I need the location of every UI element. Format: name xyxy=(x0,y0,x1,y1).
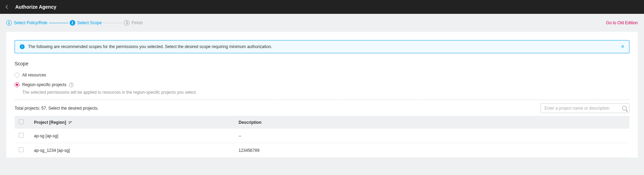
scope-option-all[interactable]: All resources xyxy=(15,73,629,77)
help-icon[interactable]: ? xyxy=(69,83,74,87)
radio-all-resources[interactable] xyxy=(15,73,19,77)
step-number-1: 1 xyxy=(6,20,12,26)
cell-description: -- xyxy=(234,129,629,143)
info-icon: i xyxy=(20,44,25,49)
alert-text: The following are recommended scopes for… xyxy=(28,44,272,49)
scope-option-region[interactable]: Region-specific projects ? The selected … xyxy=(15,82,629,95)
radio-region-specific[interactable] xyxy=(15,82,19,87)
cell-project: ap-sg [ap-sg] xyxy=(30,129,234,143)
header-project[interactable]: Project [Region] xyxy=(30,116,234,129)
main-card: i The following are recommended scopes f… xyxy=(6,32,638,158)
old-edition-link[interactable]: Go to Old Edition xyxy=(606,20,638,25)
step-label-3: Finish xyxy=(131,20,143,25)
step-select-policy[interactable]: 1 Select Policy/Role xyxy=(6,20,48,26)
wizard-steps: 1 Select Policy/Role 2 Select Scope 3 Fi… xyxy=(6,20,638,26)
table-row[interactable]: ap-sg [ap-sg] -- xyxy=(15,129,629,143)
info-alert: i The following are recommended scopes f… xyxy=(15,40,629,53)
back-icon[interactable] xyxy=(6,5,9,9)
table-meta: Total projects: 57. Select the desired p… xyxy=(15,103,629,113)
radio-label-region: Region-specific projects xyxy=(22,82,66,87)
page-title: Authorize Agency xyxy=(15,4,57,10)
step-select-scope[interactable]: 2 Select Scope xyxy=(70,20,102,26)
radio-region-desc: The selected permissions will be applied… xyxy=(22,90,629,95)
row-checkbox[interactable] xyxy=(19,147,24,152)
step-connector xyxy=(103,23,122,23)
step-label-1: Select Policy/Role xyxy=(14,20,48,25)
total-projects-text: Total projects: 57. Select the desired p… xyxy=(15,106,98,111)
table-row[interactable]: ap-sg_1234 [ap-sg] 123456789 xyxy=(15,143,629,158)
sort-icon[interactable] xyxy=(69,121,72,124)
content: 1 Select Policy/Role 2 Select Scope 3 Fi… xyxy=(0,14,644,158)
step-number-3: 3 xyxy=(124,20,129,26)
close-icon[interactable]: × xyxy=(621,44,624,49)
scope-section-title: Scope xyxy=(15,61,629,66)
header-project-label: Project [Region] xyxy=(34,120,66,125)
step-number-2: 2 xyxy=(70,20,75,26)
search-wrapper xyxy=(541,103,629,113)
radio-label-all: All resources xyxy=(22,73,46,77)
projects-table: Project [Region] Description ap-sg [ap-s… xyxy=(15,116,629,158)
cell-project: ap-sg_1234 [ap-sg] xyxy=(30,143,234,158)
step-label-2: Select Scope xyxy=(77,20,102,25)
header-description: Description xyxy=(234,116,629,129)
header-checkbox-cell xyxy=(15,116,30,129)
page-header: Authorize Agency xyxy=(0,0,644,14)
row-checkbox[interactable] xyxy=(19,133,24,138)
cell-description: 123456789 xyxy=(234,143,629,158)
search-input[interactable] xyxy=(541,103,629,113)
select-all-checkbox[interactable] xyxy=(19,119,24,124)
step-connector xyxy=(49,23,68,23)
dashed-divider xyxy=(15,100,629,100)
step-finish[interactable]: 3 Finish xyxy=(124,20,143,26)
